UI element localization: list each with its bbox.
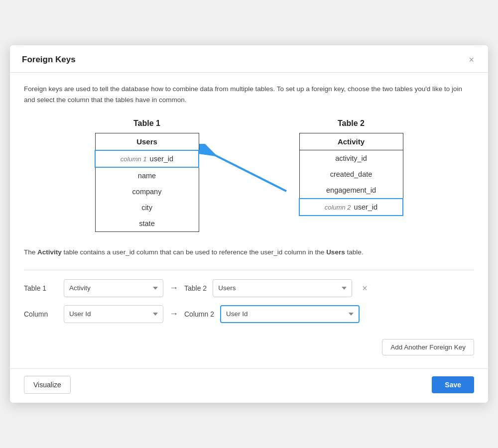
- table2-cell-engagementid: engagement_id: [299, 182, 403, 199]
- remove-row-button[interactable]: ×: [362, 284, 368, 293]
- form-section: Table 1 Activity Users → Table 2 Users A…: [24, 270, 474, 364]
- table2-cell-userid: column 2user_id: [299, 199, 403, 216]
- visualize-button[interactable]: Visualize: [24, 376, 71, 394]
- table2-select[interactable]: Users Activity: [213, 279, 352, 297]
- info-text: The Activity table contains a user_id co…: [24, 247, 474, 258]
- table2-row-userid: column 2user_id: [299, 199, 403, 216]
- table2-diagram: Activity activity_id created_date engage…: [299, 133, 403, 216]
- table1-cell-state: state: [95, 216, 199, 232]
- column2-select[interactable]: User Id Activity Id Created Date Engagem…: [220, 305, 360, 323]
- table2-cell-activityid: activity_id: [299, 150, 403, 167]
- description-text: Foreign keys are used to tell the databa…: [24, 84, 474, 105]
- close-button[interactable]: ×: [467, 54, 476, 65]
- column2-form-label: Column 2: [184, 310, 214, 318]
- diagram-arrow-area: [199, 144, 299, 204]
- info-part2: table contains a user_id column that can…: [62, 248, 326, 256]
- modal-header: Foreign Keys ×: [10, 45, 488, 73]
- table2-cell-createddate: created_date: [299, 166, 403, 182]
- table2-header-row: Activity: [299, 133, 403, 150]
- table-selection-row: Table 1 Activity Users → Table 2 Users A…: [24, 279, 474, 297]
- table2-name: Activity: [299, 133, 403, 150]
- table2-label: Table 2: [338, 119, 365, 128]
- table1-row-userid: column 1user_id: [95, 150, 199, 167]
- table1-cell-name: name: [95, 167, 199, 184]
- table2-row-createddate: created_date: [299, 166, 403, 182]
- arrow-icon-2: →: [169, 309, 178, 319]
- info-table2-name: Users: [326, 248, 345, 256]
- table1-row-company: company: [95, 184, 199, 200]
- table1-cell-userid: column 1user_id: [95, 150, 199, 167]
- info-part3: table.: [345, 248, 364, 256]
- table2-form-label: Table 2: [184, 284, 207, 292]
- col2-label: column 2: [325, 204, 351, 211]
- add-another-button[interactable]: Add Another Foreign Key: [382, 339, 474, 355]
- add-another-area: Add Another Foreign Key: [24, 331, 474, 364]
- modal-title: Foreign Keys: [22, 55, 76, 65]
- info-part1: The: [24, 248, 37, 256]
- table1-row-state: state: [95, 216, 199, 232]
- table2-row-activityid: activity_id: [299, 150, 403, 167]
- col1-value: user_id: [150, 155, 174, 163]
- save-button[interactable]: Save: [432, 376, 474, 393]
- diagram-arrow: [199, 144, 299, 204]
- col2-value: user_id: [354, 203, 378, 211]
- table2-row-engagementid: engagement_id: [299, 182, 403, 199]
- table2-block: Table 2 Activity activity_id created_dat…: [299, 119, 403, 216]
- table1-name: Users: [95, 133, 199, 151]
- table1-diagram: Users column 1user_id name company c: [95, 133, 199, 232]
- diagram-section: Table 1 Users column 1user_id name com: [24, 119, 474, 232]
- col1-label: column 1: [121, 155, 147, 163]
- modal-footer: Visualize Save: [10, 368, 488, 403]
- modal-body: Foreign keys are used to tell the databa…: [10, 73, 488, 364]
- svg-line-1: [214, 155, 286, 191]
- arrow-icon-1: →: [169, 283, 178, 293]
- table1-label: Table 1: [133, 119, 160, 128]
- table1-cell-city: city: [95, 200, 199, 216]
- column1-select[interactable]: User Id Name Company City State: [64, 305, 163, 323]
- column-selection-row: Column User Id Name Company City State →…: [24, 305, 474, 323]
- column-form-label: Column: [24, 310, 58, 318]
- table1-header-row: Users: [95, 133, 199, 151]
- table1-row-name: name: [95, 167, 199, 184]
- table1-select[interactable]: Activity Users: [64, 279, 163, 297]
- table1-cell-company: company: [95, 184, 199, 200]
- table1-row-city: city: [95, 200, 199, 216]
- table1-form-label: Table 1: [24, 284, 58, 292]
- foreign-keys-modal: Foreign Keys × Foreign keys are used to …: [10, 45, 488, 403]
- table1-block: Table 1 Users column 1user_id name com: [95, 119, 199, 232]
- info-table1-name: Activity: [37, 248, 62, 256]
